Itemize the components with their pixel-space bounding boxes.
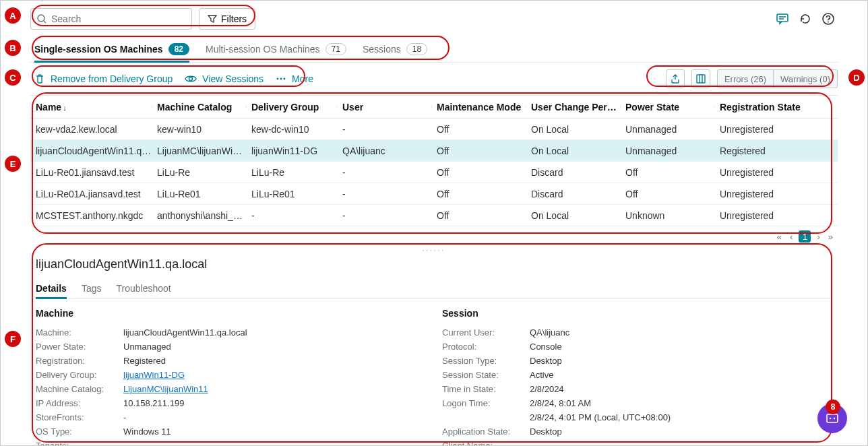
tab-sessions[interactable]: Sessions 18 xyxy=(363,36,427,62)
svg-point-8 xyxy=(277,78,279,80)
detail-value: lijuanCloudAgentWin11.qa.local xyxy=(123,327,247,338)
refresh-icon[interactable] xyxy=(799,12,812,26)
detail-tab-tags[interactable]: Tags xyxy=(82,283,102,294)
svg-line-1 xyxy=(44,21,46,23)
pager-next[interactable]: › xyxy=(815,232,822,242)
table-row[interactable]: MCSTEST.anthony.nkgdcanthonyshi\anshi_m.… xyxy=(30,205,838,226)
columns-button[interactable] xyxy=(691,69,710,88)
table-row[interactable]: lijuanCloudAgentWin11.qa.lo...LijuanMC\l… xyxy=(30,140,838,162)
detail-tab-troubleshoot[interactable]: Troubleshoot xyxy=(117,283,171,294)
detail-row: StoreFronts:- xyxy=(36,410,426,424)
annotation-marker: D xyxy=(848,69,865,86)
search-input-wrap[interactable] xyxy=(30,8,192,30)
col-user[interactable]: User xyxy=(337,102,431,113)
cell-dg: - xyxy=(246,210,337,221)
col-dg[interactable]: Delivery Group xyxy=(246,102,337,113)
detail-value: Active xyxy=(530,370,553,380)
detail-row: Machine:lijuanCloudAgentWin11.qa.local xyxy=(36,325,426,340)
col-catalog[interactable]: Machine Catalog xyxy=(152,102,246,113)
pager-prev[interactable]: ‹ xyxy=(788,232,795,242)
pager-last[interactable]: » xyxy=(826,232,835,242)
col-name[interactable]: Name↓ xyxy=(30,102,152,113)
detail-label: Protocol: xyxy=(442,342,530,352)
detail-value: 2/8/2024 xyxy=(530,384,564,394)
detail-tab-details[interactable]: Details xyxy=(36,283,67,294)
columns-icon xyxy=(695,73,706,84)
cell-user: QA\lijuanc xyxy=(337,146,431,156)
more-button[interactable]: More xyxy=(276,73,313,84)
detail-row: Registration:Registered xyxy=(36,354,426,368)
cell-maint: Off xyxy=(431,124,526,135)
warnings-segment[interactable]: Warnings (0) xyxy=(773,69,838,88)
errors-segment[interactable]: Errors (26) xyxy=(717,69,774,88)
table-row[interactable]: LiLu-Re01A.jiansavd.testLiLu-Re01LiLu-Re… xyxy=(30,183,838,205)
col-power[interactable]: Power State xyxy=(620,102,714,113)
chat-icon[interactable] xyxy=(776,12,789,26)
remove-from-dg-button[interactable]: Remove from Delivery Group xyxy=(34,73,173,84)
detail-value[interactable]: lijuanWin11-DG xyxy=(123,370,185,380)
details-title: lijuanCloudAgentWin11.qa.local xyxy=(36,257,832,272)
help-icon[interactable] xyxy=(822,12,835,26)
annotation-marker: A xyxy=(5,7,21,24)
detail-label: StoreFronts: xyxy=(36,412,123,422)
cell-name: kew-vda2.kew.local xyxy=(30,124,152,135)
col-persist[interactable]: User Change Persi... xyxy=(526,102,620,113)
export-icon xyxy=(670,73,681,84)
tab-single-session[interactable]: Single-session OS Machines 82 xyxy=(34,36,189,62)
cell-user: - xyxy=(337,189,431,199)
detail-row: Delivery Group:lijuanWin11-DG xyxy=(36,368,426,382)
filters-label: Filters xyxy=(221,13,247,24)
svg-point-7 xyxy=(189,77,193,81)
detail-row: Application State:Desktop xyxy=(442,424,832,439)
detail-value: 10.158.211.199 xyxy=(123,398,184,408)
detail-value: Desktop xyxy=(530,426,562,437)
cell-catalog: LiLu-Re01 xyxy=(152,189,246,199)
filters-button[interactable]: Filters xyxy=(199,8,255,30)
detail-row: Client Name:- xyxy=(442,439,832,445)
svg-rect-2 xyxy=(777,14,788,22)
resize-handle[interactable]: ······ xyxy=(30,247,838,253)
pager-first[interactable]: « xyxy=(775,232,784,242)
detail-label: Delivery Group: xyxy=(36,370,123,380)
detail-row: Logon Time:2/8/24, 8:01 AM xyxy=(442,396,832,410)
detail-value[interactable]: LijuanMC\lijuanWin11 xyxy=(123,384,208,394)
svg-point-10 xyxy=(284,78,286,80)
tab-count: 18 xyxy=(406,43,427,55)
machines-table: Name↓ Machine Catalog Delivery Group Use… xyxy=(30,95,838,247)
annotation-marker: E xyxy=(5,156,21,172)
col-reg[interactable]: Registration State xyxy=(714,102,809,113)
detail-label: Tenants: xyxy=(36,441,123,445)
tab-count: 82 xyxy=(168,43,189,55)
cell-dg: LiLu-Re01 xyxy=(246,189,337,199)
main-tabs: Single-session OS Machines 82 Multi-sess… xyxy=(30,36,838,63)
annotation-marker: F xyxy=(5,331,21,347)
cell-reg: Unregistered xyxy=(714,124,809,135)
view-sessions-button[interactable]: View Sessions xyxy=(185,73,264,84)
details-panel: lijuanCloudAgentWin11.qa.local Details T… xyxy=(30,253,838,445)
svg-point-0 xyxy=(38,15,44,22)
cell-name: MCSTEST.anthony.nkgdc xyxy=(30,210,152,221)
machine-section: Machine Machine:lijuanCloudAgentWin11.qa… xyxy=(36,308,426,445)
cell-user: - xyxy=(337,124,431,135)
cell-maint: Off xyxy=(431,210,526,221)
pager: « ‹ 1 › » xyxy=(30,226,838,247)
detail-label: Session Type: xyxy=(442,356,530,366)
tab-multi-session[interactable]: Multi-session OS Machines 71 xyxy=(206,36,346,62)
cell-dg: lijuanWin11-DG xyxy=(246,146,337,156)
cell-persist: Discard xyxy=(526,189,620,199)
detail-label: Machine Catalog: xyxy=(36,384,123,394)
detail-label: OS Type: xyxy=(36,426,123,437)
svg-rect-11 xyxy=(697,75,705,83)
action-label: Remove from Delivery Group xyxy=(51,73,173,84)
cell-persist: On Local xyxy=(526,210,620,221)
table-row[interactable]: LiLu-Re01.jiansavd.testLiLu-ReLiLu-Re-Of… xyxy=(30,162,838,183)
export-button[interactable] xyxy=(666,69,685,88)
cell-maint: Off xyxy=(431,167,526,178)
dots-icon xyxy=(276,73,286,84)
detail-value: - xyxy=(123,441,126,445)
detail-label: Time in State: xyxy=(442,384,530,394)
cell-reg: Unregistered xyxy=(714,210,809,221)
table-row[interactable]: kew-vda2.kew.localkew-win10kew-dc-win10-… xyxy=(30,119,838,140)
col-maint[interactable]: Maintenance Mode xyxy=(431,102,526,113)
search-input[interactable] xyxy=(51,13,186,24)
